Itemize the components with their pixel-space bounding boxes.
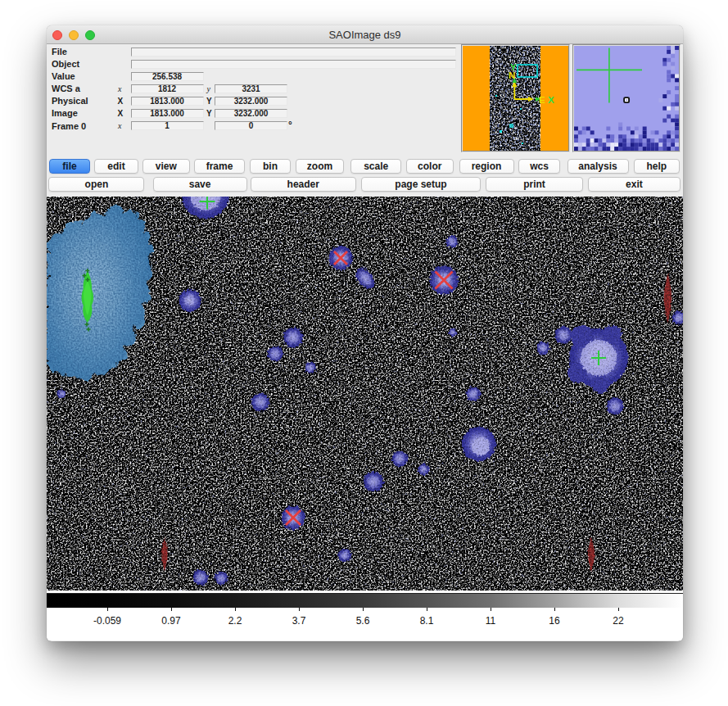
svg-text:X: X (548, 95, 554, 105)
svg-text:N: N (509, 70, 515, 80)
svg-text:E: E (539, 95, 545, 105)
